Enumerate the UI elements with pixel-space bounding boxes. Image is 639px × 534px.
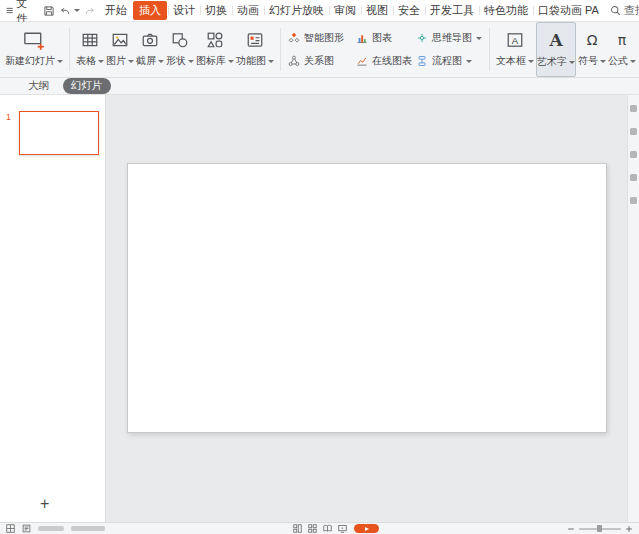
- flowchart-icon: [416, 55, 428, 67]
- tab-home[interactable]: 开始: [100, 0, 132, 21]
- add-slide-button[interactable]: +: [40, 496, 49, 512]
- smart-graphics-icon: [288, 32, 300, 44]
- picture-icon: [111, 29, 129, 50]
- formula-label: 公式: [608, 54, 628, 68]
- slide-sorter-icon[interactable]: [308, 524, 317, 533]
- search-button[interactable]: 查找: [610, 3, 639, 18]
- reading-view-icon[interactable]: [323, 524, 332, 533]
- word-art-label: 艺术字: [537, 55, 567, 69]
- relation-diagram-icon: [288, 55, 300, 67]
- screenshot-button[interactable]: 截屏: [136, 22, 164, 77]
- relation-diagram-button[interactable]: 关系图: [288, 51, 344, 71]
- slide-thumbnail-row: 1: [6, 111, 99, 155]
- slide-number: 1: [6, 111, 16, 122]
- panel-tab-row: 大纲 幻灯片: [0, 78, 639, 95]
- mind-map-button[interactable]: 思维导图: [416, 28, 482, 48]
- dropdown-caret: [57, 60, 63, 63]
- tab-pocket-animation[interactable]: 口袋动画 PA: [533, 0, 604, 21]
- mind-map-icon: [416, 32, 428, 44]
- flowchart-button[interactable]: 流程图: [416, 51, 482, 71]
- flowchart-label: 流程图: [432, 54, 462, 68]
- ribbon-divider: [280, 28, 281, 71]
- tab-animation[interactable]: 动画: [232, 0, 264, 21]
- text-box-label: 文本框: [496, 54, 526, 68]
- normal-view-icon[interactable]: [293, 524, 302, 533]
- right-panel-icon[interactable]: [630, 128, 637, 135]
- right-panel-icon[interactable]: [630, 105, 637, 112]
- tab-insert[interactable]: 插入: [133, 1, 167, 20]
- formula-button[interactable]: π 公式: [608, 22, 636, 77]
- search-label: 查找: [624, 3, 639, 18]
- picture-button[interactable]: 图片: [106, 22, 134, 77]
- zoom-slider-handle[interactable]: [597, 525, 602, 532]
- chart-button[interactable]: 图表: [356, 28, 412, 48]
- symbol-button[interactable]: Ω 符号: [578, 22, 606, 77]
- icon-library-button[interactable]: 图标库: [196, 22, 234, 77]
- function-diagram-icon: [246, 29, 264, 50]
- smart-graphics-button[interactable]: 智能图形: [288, 28, 344, 48]
- redo-button[interactable]: [84, 5, 96, 17]
- tab-outline[interactable]: 大纲: [20, 78, 57, 94]
- tab-slideshow[interactable]: 幻灯片放映: [264, 0, 329, 21]
- shapes-button[interactable]: 形状: [166, 22, 194, 77]
- table-button[interactable]: 表格: [76, 22, 104, 77]
- mindmap-flowchart-group: 思维导图 流程图: [416, 22, 482, 77]
- tab-review[interactable]: 审阅: [329, 0, 361, 21]
- word-art-button[interactable]: A 艺术字: [536, 22, 576, 77]
- formula-icon: π: [618, 29, 626, 50]
- new-slide-button[interactable]: 新建幻灯片: [5, 22, 63, 77]
- text-box-button[interactable]: A 文本框: [496, 22, 534, 77]
- online-chart-label: 在线图表: [372, 54, 412, 68]
- online-chart-icon: [356, 55, 368, 67]
- new-slide-icon: [23, 29, 45, 50]
- picture-label: 图片: [106, 54, 126, 68]
- icon-library-label: 图标库: [196, 54, 226, 68]
- undo-dropdown-caret: [74, 9, 80, 12]
- tab-security[interactable]: 安全: [393, 0, 425, 21]
- slideshow-view-icon[interactable]: [338, 524, 347, 533]
- play-icon: [365, 527, 369, 531]
- function-diagram-button[interactable]: 功能图: [236, 22, 274, 77]
- grid-view-icon[interactable]: [6, 524, 15, 533]
- symbol-label: 符号: [578, 54, 598, 68]
- right-panel-icon[interactable]: [630, 197, 637, 204]
- right-panel-icon[interactable]: [630, 174, 637, 181]
- tab-design[interactable]: 设计: [168, 0, 200, 21]
- status-info-placeholder: [71, 526, 105, 531]
- right-sidebar: [627, 95, 639, 522]
- chart-icon: [356, 32, 368, 44]
- slide-canvas[interactable]: [127, 163, 607, 433]
- table-label: 表格: [76, 54, 96, 68]
- tab-view[interactable]: 视图: [361, 0, 393, 21]
- play-slideshow-button[interactable]: [354, 524, 379, 533]
- text-box-glyph: A: [512, 34, 519, 45]
- save-button[interactable]: [43, 5, 55, 17]
- menu-tab-bar: 开始 插入 设计 切换 动画 幻灯片放映 审阅 视图 安全 开发工具 特色功能 …: [100, 0, 604, 22]
- zoom-out-icon[interactable]: [567, 525, 575, 533]
- table-icon: [81, 29, 99, 50]
- tab-transition[interactable]: 切换: [200, 0, 232, 21]
- content-area: 1 +: [0, 95, 639, 522]
- smart-graphics-label: 智能图形: [304, 31, 344, 45]
- screenshot-label: 截屏: [136, 54, 156, 68]
- tab-special-features[interactable]: 特色功能: [479, 0, 533, 21]
- insert-ribbon: 新建幻灯片 表格 图片 截屏 形状: [0, 22, 639, 78]
- zoom-in-icon[interactable]: [625, 525, 633, 533]
- slide-1-thumbnail[interactable]: [19, 111, 99, 155]
- online-chart-button[interactable]: 在线图表: [356, 51, 412, 71]
- right-panel-icon[interactable]: [630, 151, 637, 158]
- chart-label: 图表: [372, 31, 392, 45]
- tab-dev-tools[interactable]: 开发工具: [425, 0, 479, 21]
- undo-icon: [59, 5, 71, 17]
- status-info-placeholder: [38, 526, 64, 531]
- notes-icon[interactable]: [22, 524, 31, 533]
- wps-presentation-window: 文件 开始 插入 设计 切换 动画 幻灯片放映 审阅 视图 安全 开发工具 特色…: [0, 0, 639, 534]
- search-icon: [610, 5, 621, 16]
- tab-slides[interactable]: 幻灯片: [63, 78, 111, 94]
- undo-button[interactable]: [59, 5, 80, 17]
- screenshot-icon: [141, 29, 159, 50]
- new-slide-label: 新建幻灯片: [5, 54, 55, 68]
- zoom-slider[interactable]: [579, 528, 621, 530]
- text-box-icon: A: [506, 29, 524, 50]
- icon-library-icon: [206, 29, 224, 50]
